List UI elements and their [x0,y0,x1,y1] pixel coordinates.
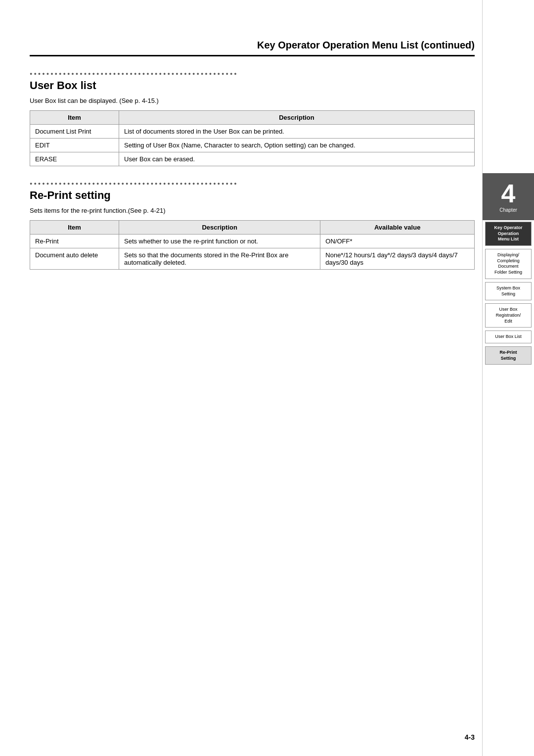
user-box-list-desc: User Box list can be displayed. (See p. … [30,97,475,104]
cell-item: Document List Print [30,125,119,139]
cell-description: User Box can be erased. [119,152,475,166]
main-content: Key Operator Operation Menu List (contin… [30,40,475,726]
cell-item: Document auto delete [30,248,119,270]
col-available-value: Available value [320,221,475,235]
cell-item: ERASE [30,152,119,166]
cell-item: Re-Print [30,235,119,248]
table-row: Document List Print List of documents st… [30,125,475,139]
reprint-setting-title: Re-Print setting [30,189,475,202]
table-row: ERASE User Box can be erased. [30,152,475,166]
table-row: Document auto delete Sets so that the do… [30,248,475,270]
reprint-setting-section: ●●●●●●●●●●●●●●●●●●●●●●●●●●●●●●●●●●●●●●●●… [30,181,475,270]
col-item-2: Item [30,221,119,235]
cell-description: List of documents stored in the User Box… [119,125,475,139]
cell-available-value: ON/OFF* [320,235,475,248]
table-row: Re-Print Sets whether to use the re-prin… [30,235,475,248]
dots-divider-1: ●●●●●●●●●●●●●●●●●●●●●●●●●●●●●●●●●●●●●●●●… [30,71,475,76]
sidebar-item-4[interactable]: User Box List [485,331,532,343]
chapter-badge: 4 Chapter [483,173,534,220]
sidebar-item-0[interactable]: Key Operator Operation Menu List [485,222,532,246]
user-box-list-title: User Box list [30,79,475,92]
user-box-list-table: Item Description Document List Print Lis… [30,110,475,166]
table-row: EDIT Setting of User Box (Name, Characte… [30,139,475,152]
sidebar-item-5[interactable]: Re-Print Setting [485,346,532,365]
cell-description: Sets so that the documents stored in the… [119,248,320,270]
chapter-label: Chapter [499,207,517,213]
chapter-number: 4 [501,181,516,206]
col-description-2: Description [119,221,320,235]
sidebar: 4 Chapter Key Operator Operation Menu Li… [482,0,534,756]
page-title: Key Operator Operation Menu List (contin… [30,40,475,56]
reprint-setting-desc: Sets items for the re-print function.(Se… [30,207,475,214]
col-item-1: Item [30,111,119,125]
sidebar-item-3[interactable]: User Box Registration/ Edit [485,303,532,328]
page-number: 4-3 [465,733,475,741]
cell-description: Sets whether to use the re-print functio… [119,235,320,248]
user-box-list-section: ●●●●●●●●●●●●●●●●●●●●●●●●●●●●●●●●●●●●●●●●… [30,71,475,166]
cell-item: EDIT [30,139,119,152]
sidebar-nav: Key Operator Operation Menu ListDisplayi… [483,220,534,366]
dots-divider-2: ●●●●●●●●●●●●●●●●●●●●●●●●●●●●●●●●●●●●●●●●… [30,181,475,186]
cell-description: Setting of User Box (Name, Character to … [119,139,475,152]
sidebar-item-1[interactable]: Displaying/ Completing Document Folder S… [485,249,532,279]
cell-available-value: None*/12 hours/1 day*/2 days/3 days/4 da… [320,248,475,270]
reprint-setting-table: Item Description Available value Re-Prin… [30,220,475,270]
sidebar-item-2[interactable]: System Box Setting [485,282,532,300]
col-description-1: Description [119,111,475,125]
